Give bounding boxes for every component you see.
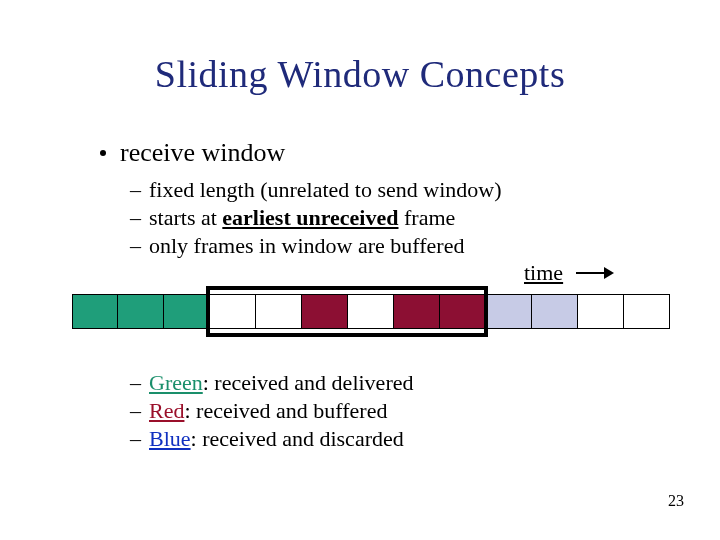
dash-icon: –	[130, 370, 141, 395]
dash-icon: –	[130, 426, 141, 451]
sub-bullet-fixed-length: –fixed length (unrelated to send window)	[130, 176, 502, 204]
sub-bullet-starts-at: –starts at earliest unreceived frame	[130, 204, 455, 232]
frame-cell-blue	[532, 294, 578, 329]
slide: Sliding Window Concepts receive window –…	[0, 0, 720, 540]
dash-icon: –	[130, 398, 141, 423]
bullet-dot-icon	[100, 150, 106, 156]
frame-cell-white	[624, 294, 670, 329]
arrow-head	[604, 267, 614, 279]
page-number: 23	[668, 492, 684, 510]
sub-suffix: frame	[398, 205, 455, 230]
frame-cell-blue	[486, 294, 532, 329]
sub-text: fixed length (unrelated to send window)	[149, 177, 502, 202]
sub-text: only frames in window are buffered	[149, 233, 464, 258]
sub-prefix: starts at	[149, 205, 222, 230]
frame-cell-green	[72, 294, 118, 329]
dash-icon: –	[130, 233, 141, 258]
arrow-line	[576, 272, 604, 274]
legend-red-label: Red	[149, 398, 184, 423]
slide-title: Sliding Window Concepts	[0, 52, 720, 96]
legend-green: –Green: received and delivered	[130, 370, 413, 396]
sub-bullet-only-frames: –only frames in window are buffered	[130, 232, 464, 260]
legend-blue-rest: : received and discarded	[191, 426, 404, 451]
dash-icon: –	[130, 177, 141, 202]
bullet-receive-window: receive window	[100, 138, 285, 168]
receive-window-box	[206, 286, 488, 337]
legend-green-rest: : received and delivered	[203, 370, 414, 395]
time-axis-label: time	[524, 260, 563, 286]
legend-red-rest: : received and buffered	[184, 398, 387, 423]
frame-cell-white	[578, 294, 624, 329]
frame-cell-green	[164, 294, 210, 329]
bullet-text: receive window	[120, 138, 285, 167]
sub-emphasis: earliest unreceived	[222, 205, 398, 230]
dash-icon: –	[130, 205, 141, 230]
frame-cell-green	[118, 294, 164, 329]
legend-green-label: Green	[149, 370, 203, 395]
legend-red: –Red: received and buffered	[130, 398, 387, 424]
legend-blue-label: Blue	[149, 426, 191, 451]
legend-blue: –Blue: received and discarded	[130, 426, 404, 452]
